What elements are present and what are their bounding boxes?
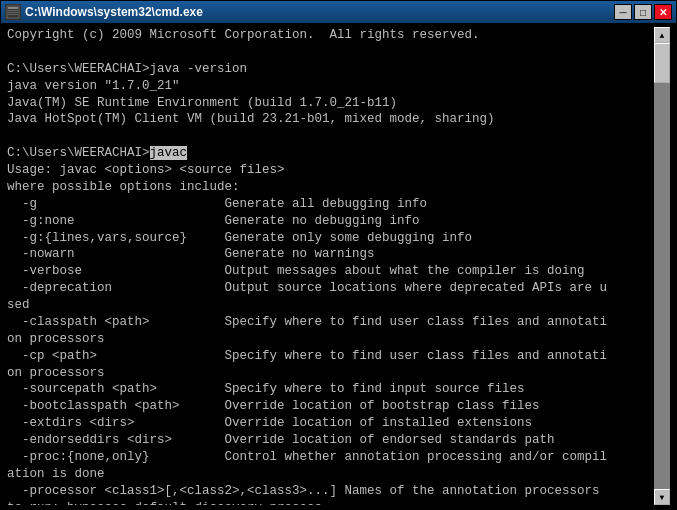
scroll-thumb[interactable] bbox=[654, 43, 670, 83]
console-area: Copyright (c) 2009 Microsoft Corporation… bbox=[1, 23, 676, 509]
window-title: C:\Windows\system32\cmd.exe bbox=[25, 5, 203, 19]
title-buttons: ─ □ ✕ bbox=[614, 4, 672, 20]
minimize-button[interactable]: ─ bbox=[614, 4, 632, 20]
close-button[interactable]: ✕ bbox=[654, 4, 672, 20]
scroll-track[interactable] bbox=[654, 43, 670, 489]
svg-rect-3 bbox=[8, 12, 18, 13]
title-bar-left: C:\Windows\system32\cmd.exe bbox=[5, 4, 203, 20]
title-bar[interactable]: C:\Windows\system32\cmd.exe ─ □ ✕ bbox=[1, 1, 676, 23]
window-icon bbox=[5, 4, 21, 20]
cmd-window: C:\Windows\system32\cmd.exe ─ □ ✕ Copyri… bbox=[0, 0, 677, 510]
svg-rect-2 bbox=[8, 10, 18, 11]
maximize-button[interactable]: □ bbox=[634, 4, 652, 20]
svg-rect-1 bbox=[8, 7, 18, 9]
svg-rect-4 bbox=[8, 14, 18, 15]
console-content[interactable]: Copyright (c) 2009 Microsoft Corporation… bbox=[7, 27, 654, 505]
scroll-down-button[interactable]: ▼ bbox=[654, 489, 670, 505]
scroll-up-button[interactable]: ▲ bbox=[654, 27, 670, 43]
scrollbar[interactable]: ▲ ▼ bbox=[654, 27, 670, 505]
